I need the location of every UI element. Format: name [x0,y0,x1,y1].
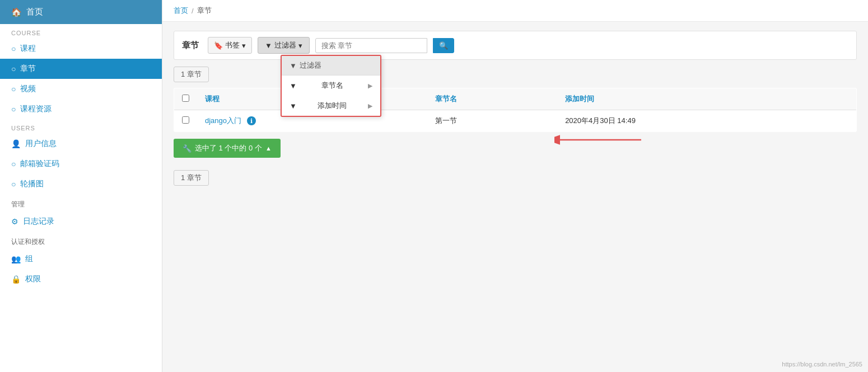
th-chapter-name: 章节名 [427,88,557,110]
toolbar-title: 章节 [182,40,199,51]
add-time-value: 2020年4月30日 14:49 [565,116,636,125]
content-area: 章节 🔖 书签 ▾ ▼ 过滤器 ▾ 🔍 ▼ 过滤器 [162,22,868,372]
table-header-row: 课程 章节名 添加时间 [174,88,857,110]
chapter-name-value: 第一节 [435,116,457,125]
circle-icon-resource: ○ [11,105,16,114]
th-chapter-name-label: 章节名 [435,95,457,103]
filter-dropdown: ▼ 过滤器 ▼ 章节名 ▶ ▼ 添加时间 ▶ [281,55,381,117]
chevron-up-icon: ▲ [265,145,272,152]
bookmark-label: 书签 [225,40,240,50]
filter-label: 过滤器 [274,40,296,50]
sidebar-label-video: 视频 [20,84,36,94]
gear-icon: ⚙ [11,217,18,226]
filter-option-label-chapter: 章节名 [321,81,343,91]
sidebar-item-permission[interactable]: 🔒 权限 [0,269,162,289]
breadcrumb: 首页 / 章节 [162,0,868,22]
filter-option-label-time: 添加时间 [318,101,347,111]
sidebar-item-resource[interactable]: ○ 课程资源 [0,99,162,119]
circle-icon-email: ○ [11,159,16,168]
th-add-time-label: 添加时间 [565,95,594,103]
sidebar-item-userinfo[interactable]: 👤 用户信息 [0,134,162,154]
bookmark-icon: 🔖 [214,41,223,50]
sidebar-item-log[interactable]: ⚙ 日志记录 [0,211,162,232]
sidebar-item-group[interactable]: 👥 组 [0,249,162,269]
user-icon: 👤 [11,139,21,148]
filter-option-arrow-chapter: ▶ [368,82,372,90]
sidebar-label-log: 日志记录 [23,216,54,227]
td-checkbox [174,110,198,132]
sidebar-label-group: 组 [25,254,33,264]
sidebar-label-course: 课程 [20,44,36,54]
filter-option-chapter-name[interactable]: ▼ 章节名 ▶ [282,76,380,96]
group-icon: 👥 [11,255,21,263]
breadcrumb-home[interactable]: 首页 [174,6,188,16]
sidebar-label-email: 邮箱验证码 [20,159,59,169]
lock-icon: 🔒 [11,275,21,284]
table-row: django入门 ℹ 第一节 2020年4月30日 14:49 [174,110,857,132]
red-arrow-annotation [554,131,644,150]
filter-dropdown-header: ▼ 过滤器 [282,56,380,76]
bookmark-button[interactable]: 🔖 书签 ▾ [208,37,252,54]
bookmark-chevron: ▾ [242,41,246,50]
section-label-users: USERS [0,119,162,134]
action-button[interactable]: 🔧 选中了 1 个中的 0 个 ▲ [174,139,281,158]
filter-funnel-time: ▼ [290,102,297,110]
sidebar-item-email[interactable]: ○ 邮箱验证码 [0,154,162,174]
count-bottom: 1 章节 [174,170,209,186]
sidebar-label-userinfo: 用户信息 [25,139,57,149]
wrench-icon: 🔧 [183,144,192,153]
filter-funnel-icon: ▼ [265,41,272,50]
filter-option-add-time[interactable]: ▼ 添加时间 ▶ [282,96,380,116]
sidebar-label-permission: 权限 [25,274,41,284]
main-content: 首页 / 章节 章节 🔖 书签 ▾ ▼ 过滤器 ▾ 🔍 [162,0,868,372]
td-add-time: 2020年4月30日 14:49 [557,110,856,132]
circle-icon-course: ○ [11,44,16,53]
manage-label: 管理 [0,194,162,211]
search-input[interactable] [315,38,427,53]
toolbar: 章节 🔖 书签 ▾ ▼ 过滤器 ▾ 🔍 ▼ 过滤器 [174,31,857,60]
info-icon[interactable]: ℹ [247,116,256,125]
auth-label: 认证和授权 [0,232,162,249]
home-label: 首页 [26,7,43,17]
sidebar-label-resource: 课程资源 [20,104,52,114]
select-all-checkbox[interactable] [182,95,189,102]
data-table: 课程 章节名 添加时间 django入门 [174,88,857,132]
filter-option-arrow-time: ▶ [368,102,372,110]
action-bar: 🔧 选中了 1 个中的 0 个 ▲ [174,139,857,158]
breadcrumb-sep: / [192,7,194,15]
sidebar-item-chapter[interactable]: ○ 章节 [0,59,162,79]
filter-button[interactable]: ▼ 过滤器 ▾ [258,37,310,54]
filter-chevron: ▾ [298,41,302,50]
search-icon: 🔍 [439,41,448,50]
sidebar-item-video[interactable]: ○ 视频 [0,79,162,99]
td-chapter-name: 第一节 [427,110,557,132]
search-button[interactable]: 🔍 [433,38,454,53]
th-add-time: 添加时间 [557,88,856,110]
filter-funnel-chapter: ▼ [290,82,297,90]
section-label-course: COURSE [0,24,162,39]
home-icon: 🏠 [11,7,22,17]
row-checkbox[interactable] [182,116,189,124]
sidebar-item-course[interactable]: ○ 课程 [0,39,162,59]
course-link[interactable]: django入门 [205,116,241,125]
breadcrumb-current: 章节 [197,6,212,16]
watermark: https://blog.csdn.net/lm_2565 [782,361,862,368]
circle-icon-video: ○ [11,84,16,93]
filter-header-label: 过滤器 [300,60,321,70]
sidebar-home[interactable]: 🏠 首页 [0,0,162,24]
count-top: 1 章节 [174,67,209,82]
sidebar-label-banner: 轮播图 [20,179,44,189]
sidebar-item-banner[interactable]: ○ 轮播图 [0,174,162,194]
circle-icon-chapter: ○ [11,64,16,73]
filter-header-icon: ▼ [290,62,297,70]
action-label: 选中了 1 个中的 0 个 [195,143,262,153]
sidebar: 🏠 首页 COURSE ○ 课程 ○ 章节 ○ 视频 ○ 课程资源 USERS … [0,0,162,372]
th-checkbox [174,88,198,110]
th-course-label: 课程 [205,95,220,103]
circle-icon-banner: ○ [11,180,16,189]
sidebar-label-chapter: 章节 [20,64,36,74]
